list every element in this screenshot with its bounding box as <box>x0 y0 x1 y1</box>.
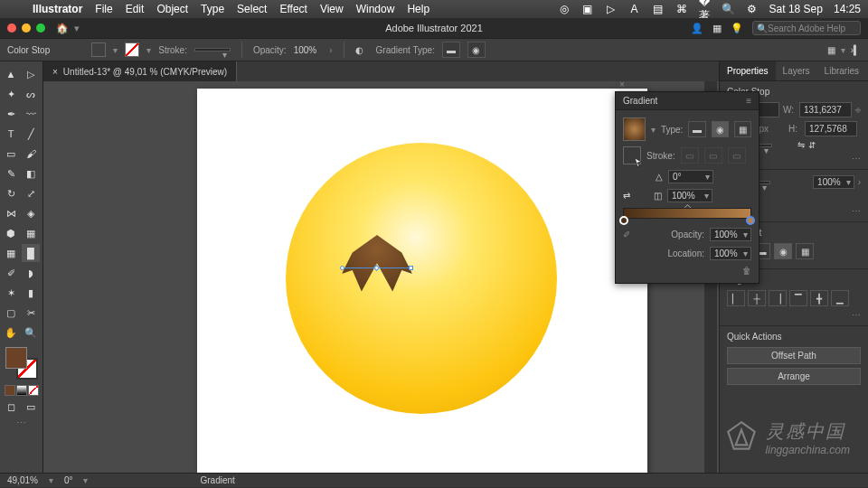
bluetooth-icon[interactable]: ⌘ <box>675 3 688 15</box>
gp-stroke-swatch[interactable] <box>623 146 641 164</box>
none-mode-btn[interactable] <box>28 385 39 396</box>
stroke-swatch-none[interactable] <box>125 42 139 57</box>
menu-file[interactable]: File <box>95 3 112 15</box>
h-field[interactable]: 127,5768 <box>805 121 857 136</box>
align-left[interactable]: ▏ <box>727 290 745 306</box>
expand-panels-icon[interactable]: ›▍ <box>851 45 861 55</box>
shaper-tool[interactable]: ✎ <box>2 164 20 183</box>
play-icon[interactable]: ▷ <box>605 3 618 15</box>
gp-angle[interactable]: 0° <box>668 170 713 183</box>
gradient-stop-1[interactable] <box>746 216 755 225</box>
align-bottom[interactable]: ▁ <box>831 290 849 306</box>
align-vcenter[interactable]: ╋ <box>810 290 828 306</box>
quick-arrange[interactable]: Arrange <box>727 368 861 385</box>
close-window-button[interactable] <box>7 23 16 33</box>
cc-icon[interactable]: ◎ <box>558 3 571 15</box>
eyedropper-tool[interactable]: ✐ <box>2 264 20 282</box>
gradient-preview-swatch[interactable] <box>623 117 646 141</box>
menu-select[interactable]: Select <box>237 3 267 15</box>
tab-layers[interactable]: Layers <box>776 61 817 80</box>
home-icon[interactable]: 🏠 <box>56 23 69 34</box>
line-tool[interactable]: ╱ <box>22 125 40 143</box>
record-icon[interactable]: ▣ <box>581 3 594 15</box>
fill-swatch[interactable] <box>91 42 106 57</box>
gp-radial[interactable]: ◉ <box>712 121 729 137</box>
eyebrow-shape[interactable] <box>342 235 412 289</box>
magic-wand-tool[interactable]: ✦ <box>2 85 20 103</box>
linear-grad-button[interactable]: ▬ <box>442 42 460 58</box>
hand-tool[interactable]: ✋ <box>2 324 20 342</box>
type-tool[interactable]: T <box>2 125 20 143</box>
zoom-tool[interactable]: 🔍 <box>22 324 40 342</box>
rectangle-tool[interactable]: ▭ <box>2 145 20 163</box>
graph-tool[interactable]: ▮ <box>22 284 40 302</box>
help-search[interactable]: 🔍 Search Adobe Help <box>752 21 861 35</box>
scale-tool[interactable]: ⤢ <box>22 184 40 202</box>
minimize-window-button[interactable] <box>22 23 31 33</box>
screen-mode[interactable]: ▭ <box>22 398 40 416</box>
gradient-end-handle[interactable] <box>409 266 413 270</box>
panel-close-icon[interactable]: × <box>619 80 625 89</box>
prop-radial-btn[interactable]: ◉ <box>774 243 792 259</box>
gp-freeform[interactable]: ▦ <box>734 121 751 137</box>
align-right[interactable]: ▕ <box>769 290 787 306</box>
width-tool[interactable]: ⋈ <box>2 204 20 222</box>
menu-help[interactable]: Help <box>407 3 429 15</box>
shape-builder-tool[interactable]: ⬢ <box>2 224 20 242</box>
fill-stroke-indicator[interactable] <box>4 345 40 381</box>
mesh-tool[interactable]: ▦ <box>2 244 20 262</box>
rotate-tool[interactable]: ↻ <box>2 184 20 202</box>
arrange-docs-icon[interactable]: ▦ <box>712 23 722 34</box>
link-wh-icon[interactable]: ⎆ <box>855 105 861 115</box>
perspective-tool[interactable]: ▦ <box>22 224 40 242</box>
symbol-sprayer-tool[interactable]: ✶ <box>2 284 20 302</box>
eyedropper-icon[interactable]: ✐ <box>623 230 630 239</box>
rotate-display[interactable]: 0° <box>64 475 73 485</box>
help-icon[interactable]: 💡 <box>731 23 743 34</box>
tab-properties[interactable]: Properties <box>720 61 776 80</box>
pen-tool[interactable]: ✒ <box>2 105 20 123</box>
flip-v-icon[interactable]: ⇵ <box>808 140 816 150</box>
menubar-time[interactable]: 14:25 <box>834 3 861 15</box>
essentials-layout-icon[interactable]: ▦ <box>827 45 835 55</box>
delete-stop-icon[interactable]: 🗑 <box>623 266 751 276</box>
gradient-mode-btn[interactable] <box>16 385 27 396</box>
gp-linear[interactable]: ▬ <box>688 121 705 137</box>
align-hcenter[interactable]: ┼ <box>748 290 766 306</box>
keyboard-icon[interactable]: A <box>628 3 641 15</box>
panel-menu-icon[interactable]: ≡ <box>746 96 751 106</box>
menu-window[interactable]: Window <box>356 3 395 15</box>
gp-location-field[interactable]: 100% <box>710 247 751 260</box>
gp-aspect[interactable]: 100% <box>667 189 712 202</box>
panel-opacity[interactable]: 100% <box>813 175 854 189</box>
cloud-user-icon[interactable]: 👤 <box>691 23 703 34</box>
menu-effect[interactable]: Effect <box>279 3 307 15</box>
opacity-value[interactable]: 100% <box>294 45 317 55</box>
artboard-tool[interactable]: ▢ <box>2 304 20 322</box>
gradient-tool[interactable]: █ <box>22 244 40 262</box>
flip-h-icon[interactable]: ⇋ <box>797 140 805 150</box>
align-top[interactable]: ▔ <box>789 290 807 306</box>
gradient-start-handle[interactable] <box>340 266 344 270</box>
menu-type[interactable]: Type <box>201 3 224 15</box>
flag-icon[interactable]: ▤ <box>652 3 665 15</box>
more-align-icon[interactable]: ⋯ <box>727 310 861 320</box>
maximize-window-button[interactable] <box>36 23 45 33</box>
app-name[interactable]: Illustrator <box>33 3 82 15</box>
paintbrush-tool[interactable]: 🖌 <box>22 145 40 163</box>
menubar-date[interactable]: Sat 18 Sep <box>769 3 823 15</box>
lasso-tool[interactable]: ᔕ <box>22 85 40 103</box>
reverse-gradient-icon[interactable]: ⇄ <box>623 191 630 201</box>
prop-freeform-btn[interactable]: ▦ <box>796 243 814 259</box>
control-center-icon[interactable]: ⚙ <box>746 3 759 15</box>
recolor-icon[interactable]: ◐ <box>355 45 363 55</box>
radial-grad-button[interactable]: ◉ <box>467 42 486 58</box>
apple-icon[interactable] <box>7 3 20 15</box>
direct-selection-tool[interactable]: ▷ <box>22 65 40 83</box>
gradient-stop-0[interactable] <box>619 216 628 225</box>
menu-object[interactable]: Object <box>156 3 188 15</box>
tab-libraries[interactable]: Libraries <box>817 61 866 80</box>
wifi-icon[interactable]: �著 <box>699 3 712 15</box>
quick-offset-path[interactable]: Offset Path <box>727 347 861 364</box>
draw-mode[interactable]: ◻ <box>2 398 20 416</box>
